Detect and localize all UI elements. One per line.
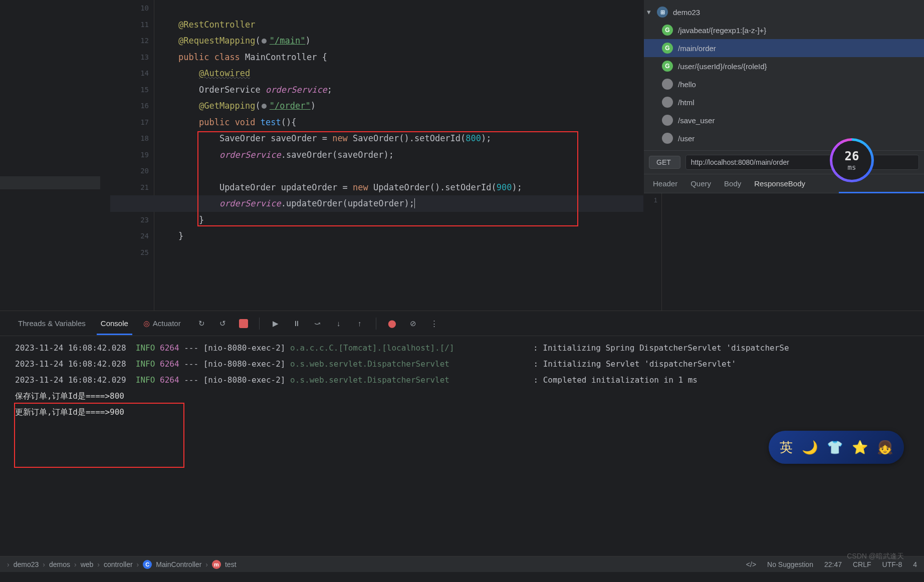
step-into-icon[interactable]: ↓ — [334, 319, 344, 329]
project-selection — [0, 176, 100, 189]
crumb-item[interactable]: controller — [104, 560, 133, 568]
endpoint-node[interactable]: G/main/order — [644, 39, 924, 57]
annotation: @GetMapping — [199, 101, 256, 111]
endpoints-tree[interactable]: ▾ ⊞ demo23 G/javabeat/{regexp1:[a-z-]+} … — [644, 0, 924, 150]
tab-query[interactable]: Query — [690, 179, 711, 188]
star-icon: ⭐ — [852, 440, 868, 455]
suggestion-status[interactable]: No Suggestion — [767, 560, 813, 568]
shirt-icon: 👕 — [827, 440, 843, 455]
code-editor[interactable]: 10 11 12 13 14 15 16 17 18 19 20 21 22 2… — [110, 0, 643, 311]
crumb-item[interactable]: test — [225, 560, 237, 568]
globe-icon — [261, 38, 270, 45]
stop-button[interactable] — [239, 319, 248, 328]
method-name: test — [261, 117, 281, 127]
endpoint-module-node[interactable]: ▾ ⊞ demo23 — [644, 3, 924, 21]
tab-body[interactable]: Body — [724, 179, 741, 188]
http-method-badge — [662, 133, 673, 144]
chevron-right-icon: › — [7, 560, 10, 568]
code-vision-icon[interactable]: </> — [746, 560, 756, 568]
annotation: @RequestMapping — [178, 36, 256, 46]
keyword: void — [235, 117, 256, 127]
crumb-item[interactable]: demos — [49, 560, 70, 568]
tab-responsebody[interactable]: ResponseBody — [754, 179, 805, 188]
http-method-select[interactable]: GET — [649, 156, 680, 169]
status-bar: › demo23 › demos › web › controller › C … — [0, 556, 924, 572]
log-msg: : Initializing Spring DispatcherServlet … — [533, 343, 789, 353]
endpoint-node[interactable]: G/javabeat/{regexp1:[a-z-]+} — [644, 21, 924, 39]
log-level: INFO — [136, 343, 155, 353]
status-encoding[interactable]: UTF-8 — [882, 560, 902, 568]
resume-icon[interactable]: ▶ — [271, 319, 281, 329]
type: UpdateOrder — [219, 182, 276, 192]
endpoints-tool-window[interactable]: ▾ ⊞ demo23 G/javabeat/{regexp1:[a-z-]+} … — [643, 0, 924, 311]
type: SaveOrder — [219, 133, 266, 143]
field: orderService — [266, 85, 327, 95]
log-logger: o.a.c.c.C.[Tomcat].[localhost].[/] — [290, 343, 454, 353]
ime-floating-widget[interactable]: 英 🌙 👕 ⭐ 👧 — [769, 431, 904, 464]
line-number: 15 — [110, 82, 154, 98]
endpoint-path: /hello — [678, 80, 696, 89]
crumb-item[interactable]: MainController — [156, 560, 201, 568]
class-name: MainController — [245, 52, 317, 62]
keyword: public — [199, 117, 229, 127]
http-method-badge: G — [662, 43, 673, 54]
response-body-view[interactable]: 1 — [644, 193, 924, 311]
rerun-failed-icon[interactable]: ↺ — [218, 319, 228, 329]
debug-tabs: Threads & Variables Console ◎Actuator ↻ … — [0, 311, 924, 336]
method: saveOrder — [286, 150, 332, 160]
line-number: 19 — [110, 147, 154, 163]
log-logger: o.s.web.servlet.DispatcherServlet — [290, 375, 449, 385]
line-number: 13 — [110, 49, 154, 66]
endpoint-path: /html — [678, 98, 695, 107]
method: updateOrder — [286, 198, 343, 208]
rerun-icon[interactable]: ↻ — [197, 319, 207, 329]
line-number: 12 — [110, 33, 154, 49]
step-over-icon[interactable]: ⤻ — [313, 319, 323, 329]
endpoint-node[interactable]: /hello — [644, 75, 924, 93]
endpoint-node[interactable]: /save_user — [644, 111, 924, 129]
variable: updateOrder — [281, 182, 338, 192]
endpoint-node[interactable]: /user — [644, 129, 924, 147]
class-icon: C — [143, 560, 152, 569]
tab-actuator[interactable]: ◎Actuator — [139, 317, 185, 330]
editor-gutter: 10 11 12 13 14 15 16 17 18 19 20 21 22 2… — [110, 0, 154, 311]
module-name: demo23 — [673, 8, 700, 17]
log-level: INFO — [136, 375, 155, 385]
method: setOderId — [445, 182, 491, 192]
stdout-line: 保存订单,订单Id是====>800 — [15, 388, 919, 404]
status-eol[interactable]: CRLF — [853, 560, 871, 568]
view-breakpoints-icon[interactable]: ⬤ — [387, 319, 397, 329]
string-literal: "/order" — [270, 101, 311, 111]
endpoint-node[interactable]: /html — [644, 93, 924, 111]
endpoint-node[interactable]: G/user/{userId}/roles/{roleId} — [644, 57, 924, 75]
chevron-down-icon[interactable]: ▾ — [647, 8, 652, 17]
endpoint-path: /user — [678, 134, 695, 143]
tab-console[interactable]: Console — [97, 317, 132, 335]
log-level: INFO — [136, 359, 155, 369]
status-indent[interactable]: 4 — [913, 560, 917, 568]
svg-point-5 — [262, 104, 267, 109]
tab-threads-variables[interactable]: Threads & Variables — [14, 317, 90, 330]
mute-breakpoints-icon[interactable]: ⊘ — [408, 319, 418, 329]
http-url-field[interactable]: http://localhost:8080/main/order — [685, 155, 919, 170]
step-out-icon[interactable]: ↑ — [355, 319, 365, 329]
more-icon[interactable]: ⋮ — [429, 319, 439, 329]
code-area[interactable]: @RestController @RequestMapping("/main")… — [171, 0, 643, 311]
line-number: 10 — [110, 0, 154, 17]
crumb-item[interactable]: demo23 — [14, 560, 39, 568]
log-pid: 6264 — [160, 375, 179, 385]
number: 800 — [466, 133, 481, 143]
http-method-badge: G — [662, 25, 673, 36]
actuator-icon: ◎ — [143, 319, 150, 328]
caret — [414, 198, 415, 208]
response-content[interactable] — [662, 193, 924, 311]
crumb-item[interactable]: web — [81, 560, 94, 568]
keyword: new — [353, 182, 368, 192]
breadcrumb[interactable]: › demo23 › demos › web › controller › C … — [7, 560, 237, 569]
arg: updateOrder — [348, 198, 404, 208]
tab-header[interactable]: Header — [653, 179, 677, 188]
svg-point-4 — [262, 39, 267, 44]
field: orderService — [219, 150, 281, 160]
pause-icon[interactable]: ⏸ — [292, 319, 302, 329]
arg: saveOrder — [337, 150, 383, 160]
